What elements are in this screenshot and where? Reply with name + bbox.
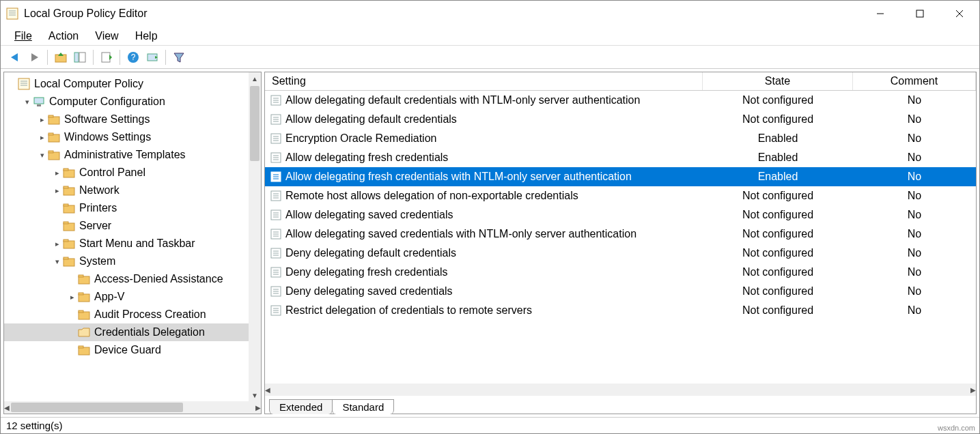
tree-node-label: Access-Denied Assistance — [94, 270, 223, 288]
tree-node[interactable]: ▸Control Panel — [4, 164, 249, 182]
tree-toggle-icon[interactable]: ▸ — [37, 111, 48, 128]
tree-node[interactable]: Printers — [4, 199, 249, 217]
svg-rect-44 — [64, 257, 68, 259]
setting-row[interactable]: Allow delegating fresh credentials with … — [265, 167, 976, 186]
svg-rect-25 — [34, 98, 44, 104]
setting-state: Not configured — [703, 228, 853, 240]
col-comment[interactable]: Comment — [853, 72, 976, 90]
setting-row[interactable]: Allow delegating fresh credentialsEnable… — [265, 148, 976, 167]
app-window: Local Group Policy Editor File Action Vi… — [0, 0, 980, 434]
svg-rect-43 — [64, 259, 74, 266]
tree-node[interactable]: Access-Denied Assistance — [4, 270, 249, 288]
tree-toggle-icon[interactable]: ▸ — [67, 288, 78, 306]
scroll-left-arrow[interactable]: ◀ — [4, 401, 10, 414]
setting-row[interactable]: Remote host allows delegation of non-exp… — [265, 186, 976, 205]
tree-node[interactable]: ▸Windows Settings — [4, 128, 249, 146]
tree-toggle-icon[interactable]: ▸ — [52, 182, 63, 199]
scroll-right-arrow[interactable]: ▶ — [970, 384, 976, 396]
tree-scroll[interactable]: Local Computer Policy▾Computer Configura… — [4, 72, 249, 401]
svg-rect-37 — [64, 205, 74, 213]
folder-icon — [48, 149, 60, 161]
grid-body[interactable]: Allow delegating default credentials wit… — [265, 91, 976, 384]
tree-node[interactable]: ▸Start Menu and Taskbar — [4, 235, 249, 252]
setting-state: Not configured — [703, 285, 853, 298]
help-button[interactable]: ? — [124, 48, 142, 66]
tree-toggle-icon[interactable]: ▾ — [52, 252, 63, 270]
setting-row[interactable]: Deny delegating fresh credentialsNot con… — [265, 263, 976, 282]
tree-toggle-icon[interactable]: ▸ — [52, 235, 63, 252]
menu-file[interactable]: File — [6, 29, 40, 44]
col-state[interactable]: State — [703, 72, 853, 90]
svg-rect-47 — [79, 294, 89, 302]
setting-row[interactable]: Allow delegating saved credentialsNot co… — [265, 205, 976, 225]
tab-extended[interactable]: Extended — [269, 399, 333, 414]
scroll-thumb[interactable] — [11, 403, 183, 412]
scroll-up-arrow[interactable]: ▲ — [249, 72, 261, 85]
tree-horizontal-scrollbar[interactable]: ◀ ▶ — [4, 401, 261, 414]
tree-node[interactable]: ▾Administrative Templates — [4, 146, 249, 164]
setting-row[interactable]: Deny delegating default credentialsNot c… — [265, 244, 976, 263]
setting-comment: No — [853, 266, 976, 278]
setting-comment: No — [853, 247, 976, 259]
tree-toggle-icon[interactable]: ▸ — [52, 164, 63, 182]
tree-toggle-icon[interactable]: ▸ — [37, 128, 48, 146]
status-text: 12 setting(s) — [6, 420, 63, 431]
scroll-down-arrow[interactable]: ▼ — [249, 389, 261, 401]
setting-row[interactable]: Restrict delegation of credentials to re… — [265, 301, 976, 320]
setting-name: Deny delegating default credentials — [285, 247, 456, 259]
tree-toggle-icon[interactable]: ▾ — [22, 93, 33, 111]
tree-node[interactable]: Audit Process Creation — [4, 306, 249, 323]
tree-node[interactable]: ▸Software Settings — [4, 111, 249, 128]
setting-row[interactable]: Allow delegating saved credentials with … — [265, 225, 976, 244]
svg-rect-12 — [74, 53, 79, 62]
svg-rect-38 — [64, 204, 68, 206]
tree-toggle-icon[interactable]: ▾ — [37, 146, 48, 164]
col-setting[interactable]: Setting — [265, 72, 703, 90]
tree-node[interactable]: ▾Computer Configuration — [4, 93, 249, 111]
svg-rect-35 — [64, 188, 74, 195]
scroll-left-arrow[interactable]: ◀ — [265, 384, 270, 396]
setting-row[interactable]: Encryption Oracle RemediationEnabledNo — [265, 129, 976, 148]
filter-button[interactable] — [170, 48, 188, 66]
grid-horizontal-scrollbar[interactable]: ◀ ▶ — [265, 384, 976, 396]
setting-comment: No — [853, 151, 976, 164]
scroll-thumb[interactable] — [250, 86, 260, 161]
tab-standard[interactable]: Standard — [332, 399, 394, 414]
svg-rect-28 — [48, 115, 53, 117]
svg-rect-42 — [64, 240, 68, 242]
tree-vertical-scrollbar[interactable]: ▲ ▼ — [249, 72, 261, 401]
action-button[interactable] — [143, 48, 161, 66]
tree-node[interactable]: ▾System — [4, 252, 249, 270]
menu-action[interactable]: Action — [40, 29, 87, 44]
setting-row[interactable]: Deny delegating saved credentialsNot con… — [265, 282, 976, 301]
tree-node[interactable]: Local Computer Policy — [4, 75, 249, 93]
minimize-button[interactable] — [860, 1, 900, 27]
up-folder-button[interactable] — [52, 48, 70, 66]
forward-button[interactable] — [25, 48, 43, 66]
tree-node[interactable]: Device Guard — [4, 341, 249, 359]
svg-rect-33 — [64, 170, 74, 177]
close-button[interactable] — [940, 1, 979, 27]
menu-view[interactable]: View — [87, 29, 126, 44]
export-list-button[interactable] — [98, 48, 115, 66]
svg-rect-52 — [79, 347, 89, 355]
svg-rect-31 — [48, 152, 59, 160]
tree-node-label: Printers — [79, 199, 117, 217]
setting-name: Allow delegating saved credentials — [285, 209, 453, 221]
scroll-right-arrow[interactable]: ▶ — [255, 401, 261, 414]
svg-rect-0 — [7, 8, 18, 19]
setting-row[interactable]: Allow delegating default credentials wit… — [265, 91, 976, 110]
tree-node[interactable]: Server — [4, 217, 249, 235]
menu-help[interactable]: Help — [127, 29, 166, 44]
show-hide-tree-button[interactable] — [71, 48, 89, 66]
computer-icon — [33, 96, 45, 108]
setting-name: Remote host allows delegation of non-exp… — [285, 190, 578, 202]
tree-node[interactable]: ▸Network — [4, 182, 249, 199]
maximize-button[interactable] — [900, 1, 940, 27]
svg-rect-39 — [64, 223, 74, 231]
setting-row[interactable]: Allow delegating default credentialsNot … — [265, 110, 976, 129]
tree-node[interactable]: Credentials Delegation — [4, 323, 249, 341]
svg-text:?: ? — [131, 53, 136, 62]
tree-node[interactable]: ▸App-V — [4, 288, 249, 306]
back-button[interactable] — [6, 48, 24, 66]
